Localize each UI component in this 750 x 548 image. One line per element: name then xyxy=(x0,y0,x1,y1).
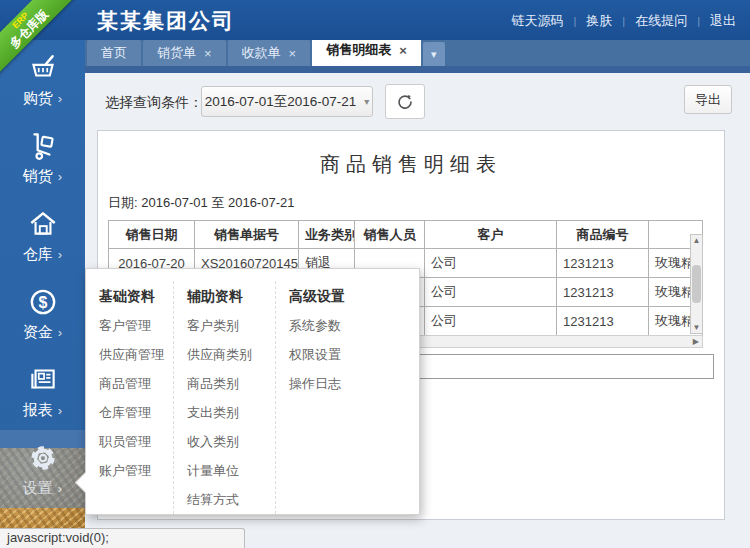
chevron-right-icon: › xyxy=(58,169,62,184)
warehouse-icon xyxy=(26,207,60,241)
table-vertical-scrollbar[interactable]: ▲ ▼ xyxy=(690,234,703,334)
col-salesperson: 销售人员 xyxy=(355,221,425,249)
date-range-value: 2016-07-01至2016-07-21 xyxy=(205,93,357,111)
sidebar-item-label: 销货 xyxy=(23,167,53,186)
chevron-right-icon: › xyxy=(58,247,62,262)
query-condition-label: 选择查询条件： xyxy=(105,94,203,112)
popup-section-title: 高级设置 xyxy=(289,281,419,311)
scrollbar-thumb[interactable] xyxy=(692,265,701,303)
query-toolbar: 选择查询条件： 2016-07-01至2016-07-21 ▾ 导出 xyxy=(85,73,750,130)
sidebar-item-label: 购货 xyxy=(23,89,53,108)
cell-product-code: 1231213 xyxy=(557,249,649,278)
gear-icon xyxy=(26,441,60,475)
menu-item-product-category[interactable]: 商品类别 xyxy=(187,369,275,398)
chevron-down-icon: ▾ xyxy=(364,96,369,107)
menu-item-product-mgmt[interactable]: 商品管理 xyxy=(99,369,173,398)
sidebar-item-warehouse[interactable]: 仓库› xyxy=(0,196,85,274)
menu-item-supplier-mgmt[interactable]: 供应商管理 xyxy=(99,340,173,369)
popup-section-basic: 基础资料 客户管理 供应商管理 商品管理 仓库管理 职员管理 账户管理 xyxy=(86,281,174,514)
sidebar-nav: 购货› 销货› 仓库› $ 资金› xyxy=(0,40,85,548)
sidebar-item-reports[interactable]: 报表› xyxy=(0,352,85,430)
report-title: 商品销售明细表 xyxy=(98,151,724,178)
chevron-right-icon: › xyxy=(58,91,62,106)
chevron-right-icon: › xyxy=(58,325,62,340)
link-separator: | xyxy=(697,15,700,27)
scroll-right-icon[interactable]: ▶ xyxy=(693,337,699,346)
company-title: 某某集团公司 xyxy=(97,7,235,35)
menu-item-expense-category[interactable]: 支出类别 xyxy=(187,398,275,427)
menu-item-permission-settings[interactable]: 权限设置 xyxy=(289,340,419,369)
menu-item-customer-mgmt[interactable]: 客户管理 xyxy=(99,311,173,340)
link-logout[interactable]: 退出 xyxy=(710,12,736,30)
date-range-select[interactable]: 2016-07-01至2016-07-21 ▾ xyxy=(201,86,373,117)
menu-item-income-category[interactable]: 收入类别 xyxy=(187,427,275,456)
sidebar-item-label: 资金 xyxy=(23,323,53,342)
export-button[interactable]: 导出 xyxy=(684,85,732,114)
scroll-up-icon[interactable]: ▲ xyxy=(693,236,701,245)
report-icon xyxy=(26,363,60,397)
sidebar-item-sales[interactable]: 销货› xyxy=(0,118,85,196)
tab-receipt-order[interactable]: 收款单 × xyxy=(228,40,311,66)
tab-sales-order[interactable]: 销货单 × xyxy=(143,40,226,66)
link-separator: | xyxy=(622,15,625,27)
cell-customer: 公司 xyxy=(425,278,557,307)
tab-label: 首页 xyxy=(101,44,127,62)
sidebar-item-label: 报表 xyxy=(23,401,53,420)
menu-item-account-mgmt[interactable]: 账户管理 xyxy=(99,456,173,485)
link-change-skin[interactable]: 换肤 xyxy=(586,12,612,30)
status-tooltip: javascript:void(0); xyxy=(0,528,245,548)
basket-icon xyxy=(26,51,60,85)
popup-section-title: 基础资料 xyxy=(99,281,173,311)
table-header-row: 销售日期 销售单据号 业务类别 销售人员 客户 商品编号 xyxy=(109,221,703,249)
scroll-down-icon[interactable]: ▼ xyxy=(693,323,701,332)
export-label: 导出 xyxy=(695,91,721,109)
chevron-down-icon: ▾ xyxy=(431,48,437,61)
erp-application: 某某集团公司 链天源码 | 换肤 | 在线提问 | 退出 ERP 多仓库版 购货… xyxy=(0,0,750,548)
popup-section-advanced: 高级设置 系统参数 权限设置 操作日志 xyxy=(276,281,419,514)
menu-item-customer-category[interactable]: 客户类别 xyxy=(187,311,275,340)
tab-bar: 首页 销货单 × 收款单 × 销售明细表 × ▾ xyxy=(85,40,750,66)
col-product-code: 商品编号 xyxy=(557,221,649,249)
report-date-range: 日期: 2016-07-01 至 2016-07-21 xyxy=(108,194,724,212)
menu-item-supplier-category[interactable]: 供应商类别 xyxy=(187,340,275,369)
menu-item-operation-log[interactable]: 操作日志 xyxy=(289,369,419,398)
close-icon[interactable]: × xyxy=(289,46,297,61)
settings-popup-menu: 基础资料 客户管理 供应商管理 商品管理 仓库管理 职员管理 账户管理 辅助资料… xyxy=(85,268,420,515)
col-invoice-no: 销售单据号 xyxy=(195,221,299,249)
close-icon[interactable]: × xyxy=(204,46,212,61)
menu-item-unit-of-measure[interactable]: 计量单位 xyxy=(187,456,275,485)
link-separator: | xyxy=(573,15,576,27)
cell-customer: 公司 xyxy=(425,249,557,278)
refresh-icon xyxy=(396,93,414,111)
cell-customer: 公司 xyxy=(425,307,557,336)
chevron-right-icon: › xyxy=(58,403,62,418)
tab-label: 销货单 xyxy=(157,44,196,62)
sidebar-item-label: 仓库 xyxy=(23,245,53,264)
refresh-button[interactable] xyxy=(385,84,425,119)
chevron-right-icon: › xyxy=(58,481,62,496)
menu-item-system-params[interactable]: 系统参数 xyxy=(289,311,419,340)
popup-section-auxiliary: 辅助资料 客户类别 供应商类别 商品类别 支出类别 收入类别 计量单位 结算方式 xyxy=(174,281,276,514)
sidebar-item-label: 设置 xyxy=(23,479,53,498)
link-online-help[interactable]: 在线提问 xyxy=(635,12,687,30)
svg-text:$: $ xyxy=(38,293,47,310)
col-customer: 客户 xyxy=(425,221,557,249)
close-icon[interactable]: × xyxy=(399,43,407,58)
sidebar-item-funds[interactable]: $ 资金› xyxy=(0,274,85,352)
tab-label: 收款单 xyxy=(242,44,281,62)
tab-label: 销售明细表 xyxy=(326,41,391,59)
menu-item-settlement-method[interactable]: 结算方式 xyxy=(187,485,275,514)
cell-product-code: 1231213 xyxy=(557,278,649,307)
tab-overflow-button[interactable]: ▾ xyxy=(423,42,445,66)
col-biz-type: 业务类别 xyxy=(299,221,355,249)
tab-home[interactable]: 首页 xyxy=(87,40,141,66)
popup-section-title: 辅助资料 xyxy=(187,281,275,311)
menu-item-staff-mgmt[interactable]: 职员管理 xyxy=(99,427,173,456)
menu-item-warehouse-mgmt[interactable]: 仓库管理 xyxy=(99,398,173,427)
tabbar-bottom-strip xyxy=(85,66,750,73)
link-source[interactable]: 链天源码 xyxy=(511,12,563,30)
funds-icon: $ xyxy=(26,285,60,319)
sidebar-item-settings[interactable]: 设置› xyxy=(0,430,85,508)
status-text: javascript:void(0); xyxy=(7,530,109,545)
col-sale-date: 销售日期 xyxy=(109,221,195,249)
